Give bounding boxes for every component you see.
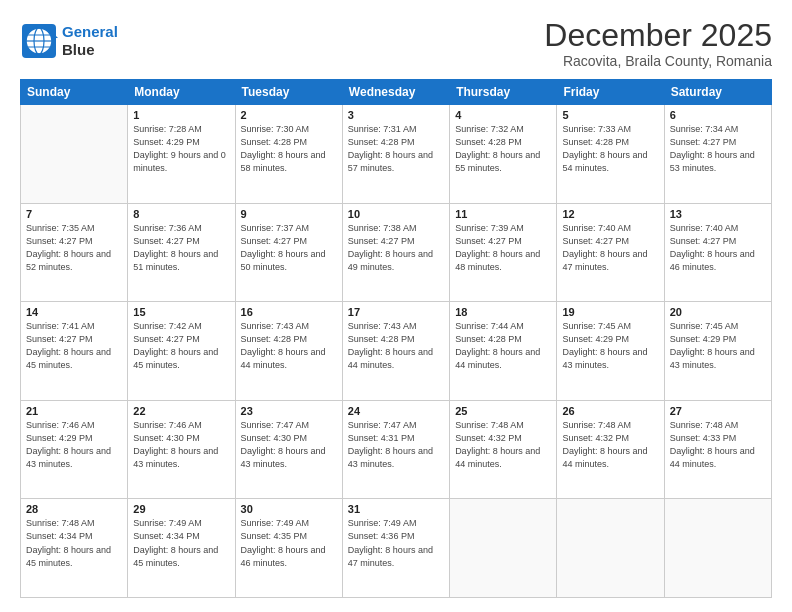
day-number: 30 xyxy=(241,503,337,515)
calendar-cell: 20Sunrise: 7:45 AMSunset: 4:29 PMDayligh… xyxy=(664,302,771,401)
cell-info: Sunrise: 7:47 AMSunset: 4:31 PMDaylight:… xyxy=(348,419,444,471)
calendar-cell: 26Sunrise: 7:48 AMSunset: 4:32 PMDayligh… xyxy=(557,400,664,499)
header: General Blue December 2025 Racovita, Bra… xyxy=(20,18,772,69)
cell-info: Sunrise: 7:38 AMSunset: 4:27 PMDaylight:… xyxy=(348,222,444,274)
cell-info: Sunrise: 7:32 AMSunset: 4:28 PMDaylight:… xyxy=(455,123,551,175)
day-number: 7 xyxy=(26,208,122,220)
day-number: 13 xyxy=(670,208,766,220)
weekday-header: Saturday xyxy=(664,80,771,105)
day-number: 29 xyxy=(133,503,229,515)
calendar-cell: 29Sunrise: 7:49 AMSunset: 4:34 PMDayligh… xyxy=(128,499,235,598)
day-number: 24 xyxy=(348,405,444,417)
cell-info: Sunrise: 7:48 AMSunset: 4:33 PMDaylight:… xyxy=(670,419,766,471)
cell-info: Sunrise: 7:49 AMSunset: 4:36 PMDaylight:… xyxy=(348,517,444,569)
calendar-cell xyxy=(450,499,557,598)
day-number: 27 xyxy=(670,405,766,417)
calendar-cell: 5Sunrise: 7:33 AMSunset: 4:28 PMDaylight… xyxy=(557,105,664,204)
day-number: 17 xyxy=(348,306,444,318)
day-number: 9 xyxy=(241,208,337,220)
cell-info: Sunrise: 7:37 AMSunset: 4:27 PMDaylight:… xyxy=(241,222,337,274)
calendar-cell: 22Sunrise: 7:46 AMSunset: 4:30 PMDayligh… xyxy=(128,400,235,499)
cell-info: Sunrise: 7:28 AMSunset: 4:29 PMDaylight:… xyxy=(133,123,229,175)
calendar-cell: 23Sunrise: 7:47 AMSunset: 4:30 PMDayligh… xyxy=(235,400,342,499)
logo-line2: Blue xyxy=(62,41,118,59)
cell-info: Sunrise: 7:43 AMSunset: 4:28 PMDaylight:… xyxy=(348,320,444,372)
day-number: 11 xyxy=(455,208,551,220)
calendar-cell: 7Sunrise: 7:35 AMSunset: 4:27 PMDaylight… xyxy=(21,203,128,302)
weekday-header: Tuesday xyxy=(235,80,342,105)
calendar-cell: 30Sunrise: 7:49 AMSunset: 4:35 PMDayligh… xyxy=(235,499,342,598)
cell-info: Sunrise: 7:41 AMSunset: 4:27 PMDaylight:… xyxy=(26,320,122,372)
cell-info: Sunrise: 7:31 AMSunset: 4:28 PMDaylight:… xyxy=(348,123,444,175)
weekday-header: Wednesday xyxy=(342,80,449,105)
cell-info: Sunrise: 7:33 AMSunset: 4:28 PMDaylight:… xyxy=(562,123,658,175)
calendar-cell: 14Sunrise: 7:41 AMSunset: 4:27 PMDayligh… xyxy=(21,302,128,401)
cell-info: Sunrise: 7:35 AMSunset: 4:27 PMDaylight:… xyxy=(26,222,122,274)
calendar-cell: 4Sunrise: 7:32 AMSunset: 4:28 PMDaylight… xyxy=(450,105,557,204)
calendar-cell: 27Sunrise: 7:48 AMSunset: 4:33 PMDayligh… xyxy=(664,400,771,499)
logo: General Blue xyxy=(20,22,118,60)
cell-info: Sunrise: 7:34 AMSunset: 4:27 PMDaylight:… xyxy=(670,123,766,175)
cell-info: Sunrise: 7:39 AMSunset: 4:27 PMDaylight:… xyxy=(455,222,551,274)
cell-info: Sunrise: 7:46 AMSunset: 4:30 PMDaylight:… xyxy=(133,419,229,471)
cell-info: Sunrise: 7:47 AMSunset: 4:30 PMDaylight:… xyxy=(241,419,337,471)
day-number: 19 xyxy=(562,306,658,318)
day-number: 3 xyxy=(348,109,444,121)
calendar-cell: 21Sunrise: 7:46 AMSunset: 4:29 PMDayligh… xyxy=(21,400,128,499)
day-number: 21 xyxy=(26,405,122,417)
cell-info: Sunrise: 7:46 AMSunset: 4:29 PMDaylight:… xyxy=(26,419,122,471)
weekday-header: Monday xyxy=(128,80,235,105)
cell-info: Sunrise: 7:48 AMSunset: 4:34 PMDaylight:… xyxy=(26,517,122,569)
calendar-cell: 31Sunrise: 7:49 AMSunset: 4:36 PMDayligh… xyxy=(342,499,449,598)
day-number: 16 xyxy=(241,306,337,318)
subtitle: Racovita, Braila County, Romania xyxy=(544,53,772,69)
calendar-cell: 18Sunrise: 7:44 AMSunset: 4:28 PMDayligh… xyxy=(450,302,557,401)
calendar-cell: 9Sunrise: 7:37 AMSunset: 4:27 PMDaylight… xyxy=(235,203,342,302)
cell-info: Sunrise: 7:44 AMSunset: 4:28 PMDaylight:… xyxy=(455,320,551,372)
day-number: 10 xyxy=(348,208,444,220)
weekday-header: Sunday xyxy=(21,80,128,105)
day-number: 1 xyxy=(133,109,229,121)
calendar-cell xyxy=(664,499,771,598)
calendar-cell: 17Sunrise: 7:43 AMSunset: 4:28 PMDayligh… xyxy=(342,302,449,401)
day-number: 5 xyxy=(562,109,658,121)
cell-info: Sunrise: 7:49 AMSunset: 4:34 PMDaylight:… xyxy=(133,517,229,569)
page: General Blue December 2025 Racovita, Bra… xyxy=(0,0,792,612)
day-number: 18 xyxy=(455,306,551,318)
calendar-cell: 11Sunrise: 7:39 AMSunset: 4:27 PMDayligh… xyxy=(450,203,557,302)
day-number: 6 xyxy=(670,109,766,121)
title-block: December 2025 Racovita, Braila County, R… xyxy=(544,18,772,69)
day-number: 31 xyxy=(348,503,444,515)
calendar-cell xyxy=(557,499,664,598)
cell-info: Sunrise: 7:45 AMSunset: 4:29 PMDaylight:… xyxy=(562,320,658,372)
calendar-cell: 15Sunrise: 7:42 AMSunset: 4:27 PMDayligh… xyxy=(128,302,235,401)
calendar-cell: 6Sunrise: 7:34 AMSunset: 4:27 PMDaylight… xyxy=(664,105,771,204)
calendar-cell: 28Sunrise: 7:48 AMSunset: 4:34 PMDayligh… xyxy=(21,499,128,598)
calendar-cell: 1Sunrise: 7:28 AMSunset: 4:29 PMDaylight… xyxy=(128,105,235,204)
calendar-cell: 10Sunrise: 7:38 AMSunset: 4:27 PMDayligh… xyxy=(342,203,449,302)
logo-line1: General xyxy=(62,23,118,40)
cell-info: Sunrise: 7:40 AMSunset: 4:27 PMDaylight:… xyxy=(562,222,658,274)
cell-info: Sunrise: 7:45 AMSunset: 4:29 PMDaylight:… xyxy=(670,320,766,372)
day-number: 25 xyxy=(455,405,551,417)
weekday-header: Thursday xyxy=(450,80,557,105)
cell-info: Sunrise: 7:42 AMSunset: 4:27 PMDaylight:… xyxy=(133,320,229,372)
day-number: 15 xyxy=(133,306,229,318)
day-number: 23 xyxy=(241,405,337,417)
main-title: December 2025 xyxy=(544,18,772,53)
cell-info: Sunrise: 7:48 AMSunset: 4:32 PMDaylight:… xyxy=(562,419,658,471)
logo-icon xyxy=(20,22,58,60)
calendar-cell: 8Sunrise: 7:36 AMSunset: 4:27 PMDaylight… xyxy=(128,203,235,302)
day-number: 4 xyxy=(455,109,551,121)
day-number: 2 xyxy=(241,109,337,121)
cell-info: Sunrise: 7:48 AMSunset: 4:32 PMDaylight:… xyxy=(455,419,551,471)
cell-info: Sunrise: 7:30 AMSunset: 4:28 PMDaylight:… xyxy=(241,123,337,175)
weekday-header: Friday xyxy=(557,80,664,105)
calendar-table: SundayMondayTuesdayWednesdayThursdayFrid… xyxy=(20,79,772,598)
logo-text: General Blue xyxy=(62,23,118,59)
day-number: 20 xyxy=(670,306,766,318)
calendar-cell: 24Sunrise: 7:47 AMSunset: 4:31 PMDayligh… xyxy=(342,400,449,499)
cell-info: Sunrise: 7:49 AMSunset: 4:35 PMDaylight:… xyxy=(241,517,337,569)
cell-info: Sunrise: 7:40 AMSunset: 4:27 PMDaylight:… xyxy=(670,222,766,274)
calendar-cell: 12Sunrise: 7:40 AMSunset: 4:27 PMDayligh… xyxy=(557,203,664,302)
